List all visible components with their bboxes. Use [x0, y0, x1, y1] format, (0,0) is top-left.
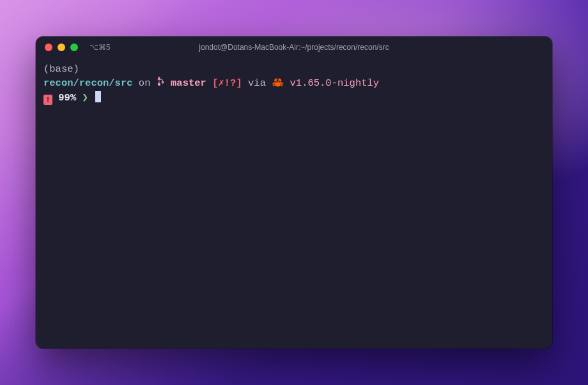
via-separator: via — [242, 77, 272, 89]
branch-icon — [157, 77, 171, 89]
battery-icon: ! — [43, 95, 52, 105]
prompt-line-3: ! 99% ❯ — [43, 91, 545, 105]
prompt-line-1: (base) — [43, 62, 545, 76]
battery-percentage: 99% — [58, 92, 76, 104]
traffic-lights — [45, 43, 78, 51]
conda-env: (base) — [43, 63, 79, 75]
cwd-path: recon/recon/src — [43, 77, 133, 89]
prompt-symbol: ❯ — [82, 92, 88, 104]
on-separator: on — [133, 77, 157, 89]
close-button[interactable] — [45, 43, 52, 51]
rust-version: v1.65.0-nightly — [290, 77, 380, 89]
crab-icon: 🦀 — [272, 77, 284, 89]
maximize-button[interactable] — [70, 43, 78, 51]
terminal-window: ⌥⌘5 jondot@Dotans-MacBook-Air:~/projects… — [36, 36, 552, 349]
titlebar: ⌥⌘5 jondot@Dotans-MacBook-Air:~/projects… — [36, 36, 552, 58]
cursor — [95, 91, 101, 102]
git-status: [✗!?] — [212, 77, 242, 89]
minimize-button[interactable] — [58, 43, 65, 51]
window-title: jondot@Dotans-MacBook-Air:~/projects/rec… — [199, 43, 389, 52]
terminal-body[interactable]: (base) recon/recon/src on master [✗!?] v… — [36, 58, 552, 109]
tab-shortcut-label: ⌥⌘5 — [89, 43, 111, 52]
git-branch: master — [171, 77, 206, 89]
prompt-line-2: recon/recon/src on master [✗!?] via 🦀 v1… — [43, 76, 545, 90]
